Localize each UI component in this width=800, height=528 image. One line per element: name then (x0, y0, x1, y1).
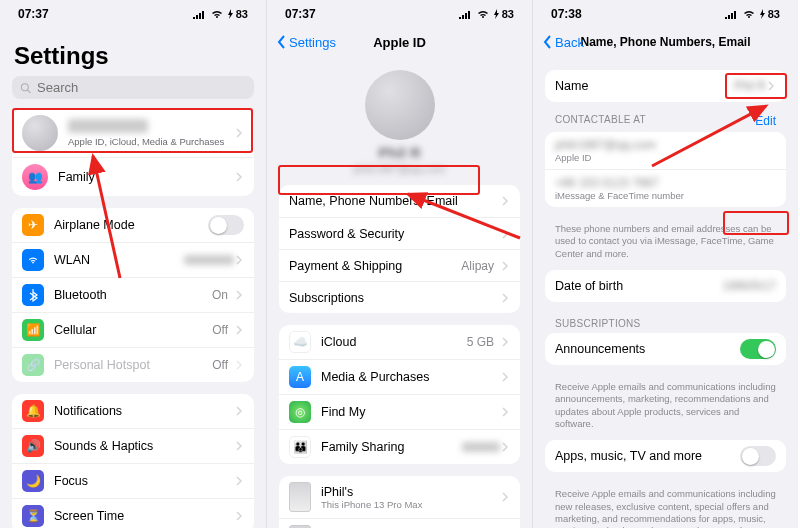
wifi-icon (22, 249, 44, 271)
cellular-icon: 📶 (22, 319, 44, 341)
nav-header: Back Name, Phone Numbers, Email (533, 28, 798, 56)
nav-title: Apple ID (373, 35, 426, 50)
edit-button[interactable]: Edit (755, 114, 776, 128)
apps-music-footnote: Receive Apple emails and communications … (541, 484, 790, 528)
back-button[interactable]: Back (541, 35, 584, 50)
airplane-toggle[interactable] (208, 215, 244, 235)
chevron-right-icon (500, 196, 510, 206)
name-phone-email-row[interactable]: Name, Phone Numbers, Email (279, 185, 520, 217)
clock: 07:37 (285, 7, 316, 21)
family-sharing-icon: 👪 (289, 436, 311, 458)
nav-title: Name, Phone Numbers, Email (580, 35, 750, 49)
sounds-row[interactable]: 🔊 Sounds & Haptics (12, 428, 254, 463)
wifi-icon (476, 9, 490, 19)
icloud-row[interactable]: ☁️ iCloud 5 GB (279, 325, 520, 359)
nav-header: Settings Apple ID (267, 28, 532, 56)
chevron-right-icon (234, 325, 244, 335)
chevron-right-icon (500, 337, 510, 347)
phone-sublabel: iMessage & FaceTime number (555, 190, 776, 201)
airplane-icon: ✈ (22, 214, 44, 236)
apps-music-row[interactable]: Apps, music, TV and more (545, 440, 786, 472)
screentime-row[interactable]: ⏳ Screen Time (12, 498, 254, 528)
subscriptions-row[interactable]: Subscriptions (279, 281, 520, 313)
page-title: Settings (8, 28, 258, 76)
signal-icon (458, 9, 472, 19)
status-bar: 07:37 83 (0, 0, 266, 28)
chevron-right-icon (234, 441, 244, 451)
chevron-right-icon (766, 81, 776, 91)
search-icon (20, 82, 31, 94)
dob-row[interactable]: Date of birth 1990/5/17 (545, 270, 786, 302)
signal-icon (192, 9, 206, 19)
chevron-right-icon (500, 261, 510, 271)
apple-id-label: Apple ID (555, 152, 776, 163)
screen-apple-id: 07:37 83 Settings Apple ID Phil R philr1… (266, 0, 532, 528)
chevron-right-icon (500, 407, 510, 417)
chevron-right-icon (234, 360, 244, 370)
family-icon: 👥 (22, 164, 48, 190)
clock: 07:38 (551, 7, 582, 21)
status-right: 83 (458, 8, 514, 20)
phone-blurred: +86 153 0123 7867 (555, 176, 776, 190)
family-sharing-row[interactable]: 👪 Family Sharing (279, 429, 520, 464)
payment-row[interactable]: Payment & Shipping Alipay (279, 249, 520, 281)
chevron-right-icon (500, 492, 510, 502)
cellular-row[interactable]: 📶 Cellular Off (12, 312, 254, 347)
contactable-label: Contactable At (555, 114, 646, 128)
chevron-left-icon (541, 35, 555, 49)
chevron-right-icon (234, 476, 244, 486)
device-row[interactable]: iPhil'sThis iPhone 13 Pro Max (279, 476, 520, 518)
battery-icon: 83 (494, 8, 514, 20)
chevron-right-icon (234, 406, 244, 416)
screen-settings: 07:37 83 Settings Apple ID, iCloud, Medi… (0, 0, 266, 528)
dob-value-blurred: 1990/5/17 (723, 279, 776, 293)
status-bar: 07:38 83 (533, 0, 798, 28)
media-purchases-row[interactable]: A Media & Purchases (279, 359, 520, 394)
svg-line-1 (28, 90, 31, 93)
chevron-left-icon (275, 35, 289, 49)
chevron-right-icon (500, 442, 510, 452)
battery-icon: 83 (760, 8, 780, 20)
email-blurred: philr1987@qq.com (555, 138, 776, 152)
avatar-large (365, 70, 435, 140)
search-field[interactable] (12, 76, 254, 99)
chevron-right-icon (234, 511, 244, 521)
notifications-row[interactable]: 🔔 Notifications (12, 394, 254, 428)
family-row[interactable]: 👥 Family (12, 157, 254, 196)
profile-name-blurred: Phil R (275, 144, 524, 161)
findmy-row[interactable]: ◎ Find My (279, 394, 520, 429)
back-button[interactable]: Settings (275, 35, 336, 50)
bluetooth-row[interactable]: Bluetooth On (12, 277, 254, 312)
status-right: 83 (192, 8, 248, 20)
focus-row[interactable]: 🌙 Focus (12, 463, 254, 498)
announcements-toggle[interactable] (740, 339, 776, 359)
password-security-row[interactable]: Password & Security (279, 217, 520, 249)
contactable-footnote: These phone numbers and email addresses … (541, 219, 790, 270)
apps-music-toggle[interactable] (740, 446, 776, 466)
device-thumbnail (289, 482, 311, 512)
bluetooth-icon (22, 284, 44, 306)
search-input[interactable] (37, 80, 246, 95)
wlan-row[interactable]: WLAN (12, 242, 254, 277)
subscriptions-label: Subscriptions (541, 314, 790, 333)
device-row[interactable]: iPadiPad (279, 518, 520, 528)
battery-icon: 83 (228, 8, 248, 20)
chevron-right-icon (234, 172, 244, 182)
airplane-row[interactable]: ✈ Airplane Mode (12, 208, 254, 242)
signal-icon (724, 9, 738, 19)
avatar (22, 115, 58, 151)
chevron-right-icon (500, 293, 510, 303)
announcements-row[interactable]: Announcements (545, 333, 786, 365)
profile-row[interactable]: Apple ID, iCloud, Media & Purchases (12, 109, 254, 157)
chevron-right-icon (234, 128, 244, 138)
profile-name-blurred (68, 119, 148, 133)
chevron-right-icon (500, 372, 510, 382)
findmy-icon: ◎ (289, 401, 311, 423)
appstore-icon: A (289, 366, 311, 388)
hotspot-icon: 🔗 (22, 354, 44, 376)
bell-icon: 🔔 (22, 400, 44, 422)
icloud-icon: ☁️ (289, 331, 311, 353)
clock: 07:37 (18, 7, 49, 21)
name-row[interactable]: Name Phil R (545, 70, 786, 102)
wifi-icon (210, 9, 224, 19)
